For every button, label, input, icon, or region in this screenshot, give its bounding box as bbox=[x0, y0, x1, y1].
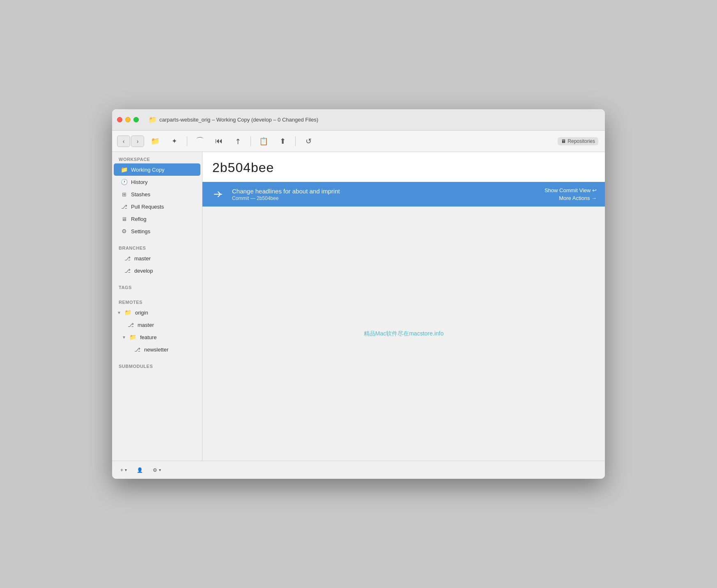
separator-2 bbox=[250, 136, 251, 146]
origin-master-label: master bbox=[138, 322, 154, 328]
add-button[interactable]: + ▾ bbox=[117, 466, 130, 475]
rewind-button[interactable]: ⏮ bbox=[211, 135, 227, 148]
settings-icon: ⚙ bbox=[120, 227, 128, 235]
sidebar-item-pull-requests[interactable]: ⎇ Pull Requests bbox=[114, 200, 200, 213]
titlebar: 📁 carparts-website_orig – Working Copy (… bbox=[112, 109, 605, 131]
more-actions-link[interactable]: More Actions → bbox=[559, 195, 597, 201]
add-chevron: ▾ bbox=[125, 468, 127, 472]
add-icon: + bbox=[120, 467, 123, 473]
content-panel: 2b504bee Change headlines for about and … bbox=[202, 152, 605, 461]
profile-icon: 👤 bbox=[137, 467, 143, 473]
magic-button[interactable]: ✦ bbox=[166, 135, 182, 148]
back-button[interactable]: ‹ bbox=[117, 136, 130, 147]
working-copy-label: Working Copy bbox=[131, 167, 164, 173]
bottom-toolbar: + ▾ 👤 ⚙ ▾ bbox=[112, 461, 605, 479]
watermark-text: 精品Mac软件尽在macstore.info bbox=[364, 330, 444, 338]
settings-label: Settings bbox=[131, 228, 150, 234]
sidebar: Workspace 📁 Working Copy 🕐 History ⊞ Sta… bbox=[112, 152, 202, 461]
reflog-label: Reflog bbox=[131, 216, 147, 222]
rewind-icon: ⏮ bbox=[215, 137, 223, 145]
forward-icon: › bbox=[137, 138, 139, 145]
submodules-section-label: Submodules bbox=[112, 359, 202, 370]
sidebar-item-settings[interactable]: ⚙ Settings bbox=[114, 225, 200, 237]
separator-3 bbox=[295, 136, 296, 146]
sidebar-item-origin-master[interactable]: ⎇ master bbox=[114, 319, 200, 331]
commit-row[interactable]: Change headlines for about and imprint C… bbox=[202, 182, 605, 207]
feature-chevron-icon: ▼ bbox=[122, 335, 126, 340]
content-body: 精品Mac软件尽在macstore.info bbox=[202, 207, 605, 461]
forward-commit-icon: ↗ bbox=[232, 136, 243, 146]
commit-row-actions: Show Commit View ↩ More Actions → bbox=[545, 187, 597, 201]
traffic-lights bbox=[117, 117, 139, 122]
merge-icon: ⌒ bbox=[196, 136, 204, 147]
main-area: Workspace 📁 Working Copy 🕐 History ⊞ Sta… bbox=[112, 152, 605, 461]
profile-button[interactable]: 👤 bbox=[133, 466, 146, 475]
show-commit-view-link[interactable]: Show Commit View ↩ bbox=[545, 187, 597, 193]
close-button[interactable] bbox=[117, 117, 122, 122]
sidebar-item-history[interactable]: 🕐 History bbox=[114, 176, 200, 188]
forward-button[interactable]: › bbox=[131, 136, 144, 147]
repository-icon: 🖥 bbox=[561, 138, 566, 144]
more-actions-label: More Actions → bbox=[559, 195, 597, 201]
branch-master-label: master bbox=[134, 255, 151, 262]
repository-tab-label[interactable]: Repositories bbox=[568, 138, 595, 144]
branch-develop-label: develop bbox=[134, 268, 153, 274]
working-copy-icon: 📁 bbox=[120, 166, 128, 173]
toolbar: ‹ › 📁 ✦ ⌒ ⏮ ↗ 📋 ⬆ ↺ bbox=[112, 131, 605, 152]
main-window: 📁 carparts-website_orig – Working Copy (… bbox=[112, 109, 605, 479]
commit-row-icon bbox=[211, 187, 225, 202]
commit-title: Change headlines for about and imprint bbox=[232, 188, 538, 195]
upload-button[interactable]: ⬆ bbox=[275, 135, 290, 148]
clipboard-button[interactable]: 📋 bbox=[256, 135, 271, 148]
sidebar-item-stashes[interactable]: ⊞ Stashes bbox=[114, 188, 200, 200]
sidebar-item-develop[interactable]: ⎇ develop bbox=[114, 264, 200, 277]
feature-label: feature bbox=[140, 334, 156, 340]
sidebar-item-feature[interactable]: ▼ 📁 feature bbox=[114, 331, 200, 343]
show-commit-view-label: Show Commit View ↩ bbox=[545, 187, 597, 193]
stashes-label: Stashes bbox=[131, 191, 150, 198]
gear-icon: ⚙ bbox=[153, 467, 157, 473]
commit-row-info: Change headlines for about and imprint C… bbox=[232, 188, 538, 201]
gear-button[interactable]: ⚙ ▾ bbox=[149, 466, 164, 475]
feature-folder-icon: 📁 bbox=[129, 333, 137, 341]
upload-icon: ⬆ bbox=[280, 137, 286, 146]
magic-icon: ✦ bbox=[172, 137, 177, 145]
tags-section-label: Tags bbox=[112, 280, 202, 292]
sidebar-item-newsletter[interactable]: ⎇ newsletter bbox=[114, 343, 200, 356]
maximize-button[interactable] bbox=[133, 117, 139, 122]
refresh-button[interactable]: ↺ bbox=[301, 135, 316, 148]
folder-button[interactable]: 📁 bbox=[147, 135, 163, 148]
remotes-section-label: Remotes bbox=[112, 295, 202, 306]
sidebar-item-master[interactable]: ⎇ master bbox=[114, 252, 200, 264]
pull-requests-icon: ⎇ bbox=[120, 203, 128, 210]
commit-hash: 2b504bee bbox=[212, 160, 274, 175]
commit-subtitle: Commit — 2b504bee bbox=[232, 195, 538, 201]
sidebar-item-origin[interactable]: ▼ 📁 origin bbox=[114, 306, 200, 319]
titlebar-title: carparts-website_orig – Working Copy (de… bbox=[159, 117, 318, 123]
reflog-icon: 🖥 bbox=[120, 215, 128, 223]
separator-1 bbox=[187, 136, 187, 146]
origin-folder-icon: 📁 bbox=[124, 309, 132, 316]
origin-master-icon: ⎇ bbox=[127, 321, 134, 328]
newsletter-label: newsletter bbox=[144, 347, 168, 353]
sidebar-item-reflog[interactable]: 🖥 Reflog bbox=[114, 213, 200, 225]
refresh-icon: ↺ bbox=[306, 137, 312, 146]
branch-develop-icon: ⎇ bbox=[124, 267, 131, 274]
origin-chevron-icon: ▼ bbox=[117, 310, 121, 315]
newsletter-icon: ⎇ bbox=[133, 346, 141, 353]
folder-icon: 📁 bbox=[149, 116, 157, 124]
history-icon: 🕐 bbox=[120, 178, 128, 186]
commit-hash-header: 2b504bee bbox=[202, 152, 605, 182]
history-label: History bbox=[131, 179, 147, 185]
origin-label: origin bbox=[135, 310, 148, 316]
branch-master-icon: ⎇ bbox=[124, 255, 131, 262]
merge-button[interactable]: ⌒ bbox=[192, 135, 208, 148]
folder-toolbar-icon: 📁 bbox=[151, 137, 160, 146]
forward-commit-button[interactable]: ↗ bbox=[230, 135, 246, 148]
workspace-section-label: Workspace bbox=[112, 152, 202, 163]
back-icon: ‹ bbox=[123, 138, 125, 145]
sidebar-item-working-copy[interactable]: 📁 Working Copy bbox=[114, 163, 200, 176]
pull-requests-label: Pull Requests bbox=[131, 204, 164, 210]
minimize-button[interactable] bbox=[125, 117, 131, 122]
nav-buttons: ‹ › bbox=[117, 136, 144, 147]
